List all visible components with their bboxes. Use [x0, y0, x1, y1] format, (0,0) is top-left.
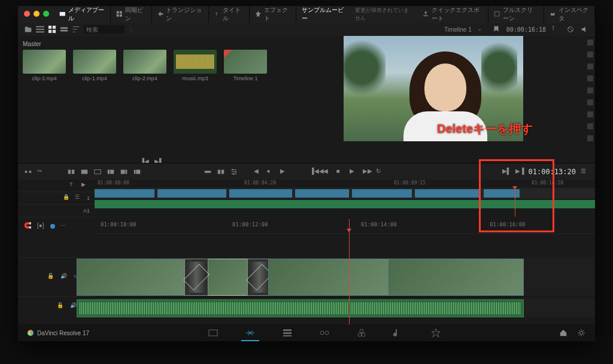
- mini-ruler[interactable]: 01:00:00:00 01:00:04:20 01:00:09:15 01:0…: [95, 180, 595, 188]
- fullscreen-button[interactable]: フルスクリーン: [488, 6, 544, 23]
- audio-track-1[interactable]: [95, 298, 595, 317]
- nav-prev-icon[interactable]: ◀: [254, 168, 262, 176]
- mini-clip[interactable]: [352, 189, 412, 198]
- clip-thumb[interactable]: music.mp3: [174, 50, 217, 81]
- search-input[interactable]: [84, 25, 125, 34]
- mini-a1-header[interactable]: A1: [18, 205, 95, 217]
- effect-tab[interactable]: エフェクト: [250, 6, 296, 23]
- speaker-icon[interactable]: [581, 25, 589, 34]
- mini-track-area[interactable]: 01:00:00:00 01:00:04:20 01:00:09:15 01:0…: [95, 180, 595, 218]
- quick-export-button[interactable]: クイックエクスポート: [417, 6, 488, 23]
- tools-toggle-icon[interactable]: [587, 40, 593, 46]
- camera-icon[interactable]: [587, 135, 593, 141]
- first-frame-icon[interactable]: ▐◀◀: [310, 168, 318, 176]
- mini-audio-track[interactable]: [95, 200, 595, 208]
- list-view-icon[interactable]: [36, 25, 44, 34]
- mini-playhead[interactable]: [515, 187, 515, 217]
- insert-icon[interactable]: [67, 168, 75, 176]
- layers-icon[interactable]: ☰: [75, 194, 83, 202]
- snap-icon[interactable]: 🧲: [24, 222, 32, 230]
- video-track-1[interactable]: [95, 257, 595, 296]
- jump-end-icon[interactable]: ▶▐: [515, 168, 524, 176]
- timeline-thumb[interactable]: Timeline 1: [224, 50, 267, 81]
- timeline-track-area[interactable]: 01:00:10:00 01:00:12:00 01:00:14:00 01:0…: [95, 219, 595, 324]
- mini-clip[interactable]: [95, 189, 154, 198]
- transition[interactable]: [247, 259, 271, 296]
- replace-icon[interactable]: [93, 168, 102, 176]
- dots-icon[interactable]: ⠇: [552, 25, 560, 34]
- marker-icon[interactable]: [492, 25, 500, 34]
- mini-clip[interactable]: [157, 189, 226, 198]
- video-clip[interactable]: [388, 259, 524, 296]
- append-icon[interactable]: [120, 168, 128, 176]
- fusion-page-icon[interactable]: [319, 327, 330, 338]
- strip-view-icon[interactable]: [60, 25, 68, 34]
- transport-timecode[interactable]: 01:00:13:20: [529, 168, 576, 176]
- clip-thumb[interactable]: clip-2.mp4: [123, 50, 166, 81]
- cut-page-icon[interactable]: [245, 327, 256, 338]
- more-icon[interactable]: ⋯: [60, 222, 68, 230]
- minimize-icon[interactable]: [34, 11, 40, 17]
- sort-icon[interactable]: [72, 25, 80, 34]
- media-pool-tab[interactable]: メディアプール: [54, 6, 111, 23]
- home-icon[interactable]: [559, 329, 568, 337]
- timeline-options-icon[interactable]: ☰: [581, 168, 589, 176]
- loop-icon[interactable]: ↻: [376, 168, 384, 176]
- bin-master[interactable]: Master: [23, 41, 280, 47]
- clip-thumb[interactable]: clip-1.mp4: [73, 50, 116, 81]
- next-frame-icon[interactable]: ▶▶: [363, 168, 371, 176]
- play-icon[interactable]: ▶: [350, 168, 358, 176]
- mini-video-track[interactable]: [95, 188, 595, 199]
- boring-detector-icon[interactable]: [204, 168, 212, 176]
- inspector-button[interactable]: インスペクタ: [544, 6, 595, 23]
- lens-icon[interactable]: [587, 87, 593, 93]
- smart-insert-icon[interactable]: [24, 168, 32, 176]
- transition-tab[interactable]: トランジション: [152, 6, 209, 23]
- overwrite-icon[interactable]: [80, 168, 89, 176]
- lock-icon[interactable]: 🔓: [57, 302, 65, 311]
- marker-add-icon[interactable]: [●]: [37, 222, 45, 230]
- marker-color-icon[interactable]: [50, 224, 55, 229]
- color-page-icon[interactable]: [356, 327, 367, 338]
- clip-thumb[interactable]: clip-3.mp4: [23, 50, 66, 81]
- lock-icon[interactable]: 🔓: [47, 273, 56, 281]
- mini-v1-header[interactable]: 🔒 ☰ 1: [18, 192, 95, 205]
- transition[interactable]: [184, 259, 208, 296]
- lock-icon[interactable]: 🔒: [63, 194, 71, 202]
- edit-page-icon[interactable]: [282, 327, 293, 338]
- mini-clip[interactable]: [415, 189, 481, 198]
- timeline-playhead[interactable]: [349, 219, 350, 324]
- title-tab[interactable]: T タイトル: [209, 6, 250, 23]
- timeline-name[interactable]: Timeline 1: [444, 26, 472, 33]
- audio-clip[interactable]: [77, 299, 524, 317]
- nav-next-icon[interactable]: ▶: [280, 168, 289, 176]
- flag-icon[interactable]: ▶: [81, 181, 90, 190]
- ripple-icon[interactable]: [133, 168, 141, 176]
- crop-icon[interactable]: [587, 51, 593, 57]
- nav-dot-icon[interactable]: ●: [267, 168, 275, 176]
- fit-icon[interactable]: [107, 168, 115, 176]
- video-clip[interactable]: [268, 259, 389, 296]
- deliver-page-icon[interactable]: [430, 327, 441, 338]
- blade-icon[interactable]: ✂: [37, 168, 45, 176]
- flip-icon[interactable]: [587, 63, 593, 69]
- speaker-icon[interactable]: 🔊: [60, 273, 69, 281]
- video-clip[interactable]: [77, 259, 192, 296]
- close-icon[interactable]: [24, 11, 30, 17]
- mini-clip[interactable]: [484, 189, 520, 198]
- prev-frame-icon[interactable]: ◀: [323, 168, 332, 176]
- maximize-icon[interactable]: [43, 11, 49, 17]
- mini-clip[interactable]: [229, 189, 292, 198]
- fairlight-page-icon[interactable]: [393, 327, 404, 338]
- stabilize-icon[interactable]: [587, 75, 593, 81]
- timeline-ruler[interactable]: 01:00:10:00 01:00:12:00 01:00:14:00 01:0…: [95, 219, 595, 234]
- stop-icon[interactable]: ■: [336, 168, 345, 176]
- bypass-icon[interactable]: [566, 25, 575, 34]
- sync-bin-tab[interactable]: 同期ビン: [111, 6, 152, 23]
- media-page-icon[interactable]: [208, 327, 219, 338]
- settings-gear-icon[interactable]: [577, 329, 585, 337]
- import-icon[interactable]: [24, 25, 32, 34]
- jump-next-icon[interactable]: ▶▌: [502, 168, 511, 176]
- speed-icon[interactable]: [587, 123, 593, 129]
- text-tool-icon[interactable]: T: [69, 181, 78, 190]
